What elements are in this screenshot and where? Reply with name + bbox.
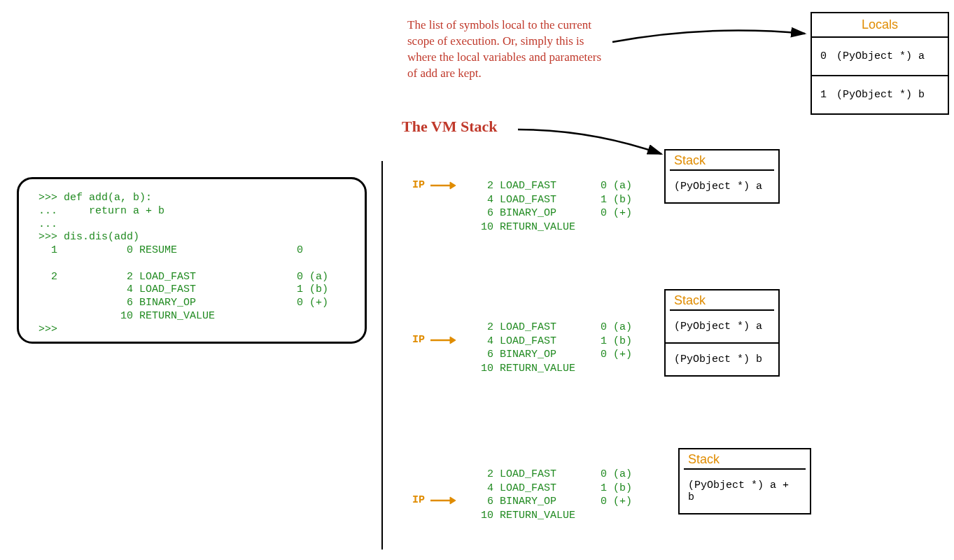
stack-header: Stack xyxy=(680,449,810,468)
ip-label-3: IP xyxy=(412,494,457,506)
arrow-to-locals-icon xyxy=(609,21,812,56)
locals-header: Locals xyxy=(812,13,948,38)
ip-arrow-icon xyxy=(429,335,457,345)
stack-header: Stack xyxy=(666,150,778,169)
locals-row: 1 (PyObject *) b xyxy=(812,76,948,113)
locals-table: Locals 0 (PyObject *) a 1 (PyObject *) b xyxy=(811,12,949,115)
stack-cell: (PyObject *) a xyxy=(666,171,778,202)
vm-stack-title: The VM Stack xyxy=(402,118,498,136)
locals-idx: 0 xyxy=(820,50,827,62)
repl-code-box: >>> def add(a, b): ... return a + b ... … xyxy=(17,177,367,344)
ip-text: IP xyxy=(412,494,425,506)
locals-row: 0 (PyObject *) a xyxy=(812,38,948,76)
stack-header: Stack xyxy=(666,290,778,309)
stack-cell: (PyObject *) a + b xyxy=(680,470,810,513)
ip-arrow-icon xyxy=(429,496,457,505)
stack-box-3: Stack (PyObject *) a + b xyxy=(678,448,811,514)
bytecode-step-2: 2 LOAD_FAST 0 (a) 4 LOAD_FAST 1 (b) 6 BI… xyxy=(462,321,632,375)
locals-val: (PyObject *) a xyxy=(836,50,925,62)
stack-box-2: Stack (PyObject *) a (PyObject *) b xyxy=(664,289,780,377)
locals-idx: 1 xyxy=(820,89,827,101)
stack-cell: (PyObject *) b xyxy=(666,342,778,375)
ip-label-2: IP xyxy=(412,334,457,346)
bytecode-step-1: 2 LOAD_FAST 0 (a) 4 LOAD_FAST 1 (b) 6 BI… xyxy=(462,179,632,234)
locals-val: (PyObject *) b xyxy=(836,89,925,101)
ip-text: IP xyxy=(412,179,425,191)
ip-arrow-icon xyxy=(429,181,457,190)
bytecode-step-3: 2 LOAD_FAST 0 (a) 4 LOAD_FAST 1 (b) 6 BI… xyxy=(462,468,632,522)
ip-text: IP xyxy=(412,334,425,346)
stack-cell: (PyObject *) a xyxy=(666,311,778,342)
stack-box-1: Stack (PyObject *) a xyxy=(664,149,780,204)
locals-caption: The list of symbols local to the current… xyxy=(407,18,603,82)
arrow-to-stack-icon xyxy=(514,122,668,164)
ip-label-1: IP xyxy=(412,179,457,191)
vertical-divider xyxy=(381,161,383,550)
